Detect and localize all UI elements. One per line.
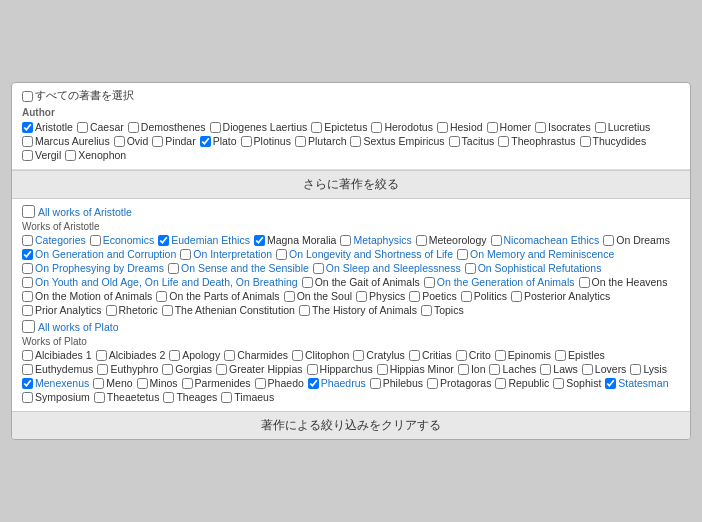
work-checkbox[interactable] xyxy=(22,277,33,288)
work-checkbox[interactable] xyxy=(22,291,33,302)
author-item[interactable]: Epictetus xyxy=(311,121,367,133)
author-item[interactable]: Homer xyxy=(487,121,532,133)
work-item[interactable]: Metaphysics xyxy=(340,234,411,246)
work-checkbox[interactable] xyxy=(489,364,500,375)
work-item[interactable]: Parmenides xyxy=(182,377,251,389)
author-checkbox[interactable] xyxy=(65,150,76,161)
work-item[interactable]: Critias xyxy=(409,349,452,361)
author-checkbox[interactable] xyxy=(77,122,88,133)
work-checkbox[interactable] xyxy=(93,378,104,389)
work-checkbox[interactable] xyxy=(162,364,173,375)
author-item[interactable]: Plutarch xyxy=(295,135,347,147)
work-item[interactable]: Clitophon xyxy=(292,349,349,361)
work-checkbox[interactable] xyxy=(458,364,469,375)
work-item[interactable]: Minos xyxy=(137,377,178,389)
work-item[interactable]: Cratylus xyxy=(353,349,405,361)
work-item[interactable]: On the Motion of Animals xyxy=(22,290,152,302)
author-checkbox[interactable] xyxy=(114,136,125,147)
author-item[interactable]: Caesar xyxy=(77,121,124,133)
work-checkbox[interactable] xyxy=(605,378,616,389)
author-item[interactable]: Sextus Empiricus xyxy=(350,135,444,147)
work-checkbox[interactable] xyxy=(182,378,193,389)
work-checkbox[interactable] xyxy=(94,392,105,403)
author-item[interactable]: Marcus Aurelius xyxy=(22,135,110,147)
work-checkbox[interactable] xyxy=(491,235,502,246)
work-item[interactable]: Magna Moralia xyxy=(254,234,336,246)
work-item[interactable]: Laws xyxy=(540,363,578,375)
work-item[interactable]: The History of Animals xyxy=(299,304,417,316)
author-item[interactable]: Herodotus xyxy=(371,121,432,133)
work-item[interactable]: On Interpretation xyxy=(180,248,272,260)
work-item[interactable]: Menexenus xyxy=(22,377,89,389)
work-item[interactable]: On Dreams xyxy=(603,234,670,246)
work-item[interactable]: Poetics xyxy=(409,290,456,302)
work-item[interactable]: Philebus xyxy=(370,377,423,389)
work-checkbox[interactable] xyxy=(416,235,427,246)
work-checkbox[interactable] xyxy=(409,350,420,361)
work-checkbox[interactable] xyxy=(409,291,420,302)
author-item[interactable]: Tacitus xyxy=(449,135,495,147)
all-works-plato-checkbox[interactable] xyxy=(22,320,35,333)
work-checkbox[interactable] xyxy=(299,305,310,316)
work-item[interactable]: Crito xyxy=(456,349,491,361)
work-checkbox[interactable] xyxy=(137,378,148,389)
author-item[interactable]: Demosthenes xyxy=(128,121,206,133)
work-checkbox[interactable] xyxy=(90,235,101,246)
work-checkbox[interactable] xyxy=(461,291,472,302)
work-checkbox[interactable] xyxy=(630,364,641,375)
author-item[interactable]: Pindar xyxy=(152,135,195,147)
work-item[interactable]: Republic xyxy=(495,377,549,389)
work-checkbox[interactable] xyxy=(307,364,318,375)
work-checkbox[interactable] xyxy=(555,350,566,361)
author-item[interactable]: Aristotle xyxy=(22,121,73,133)
work-checkbox[interactable] xyxy=(302,277,313,288)
work-checkbox[interactable] xyxy=(495,350,506,361)
work-checkbox[interactable] xyxy=(356,291,367,302)
author-item[interactable]: Ovid xyxy=(114,135,149,147)
work-checkbox[interactable] xyxy=(540,364,551,375)
work-item[interactable]: Categories xyxy=(22,234,86,246)
work-checkbox[interactable] xyxy=(22,263,33,274)
work-checkbox[interactable] xyxy=(582,364,593,375)
work-item[interactable]: Protagoras xyxy=(427,377,491,389)
work-checkbox[interactable] xyxy=(22,235,33,246)
work-checkbox[interactable] xyxy=(308,378,319,389)
author-item[interactable]: Thucydides xyxy=(580,135,647,147)
work-item[interactable]: On Sleep and Sleeplessness xyxy=(313,262,461,274)
work-item[interactable]: Nicomachean Ethics xyxy=(491,234,600,246)
work-checkbox[interactable] xyxy=(156,291,167,302)
work-item[interactable]: On Memory and Reminiscence xyxy=(457,248,614,260)
work-checkbox[interactable] xyxy=(292,350,303,361)
work-checkbox[interactable] xyxy=(284,291,295,302)
work-item[interactable]: Apology xyxy=(169,349,220,361)
work-checkbox[interactable] xyxy=(97,364,108,375)
work-item[interactable]: Alcibiades 2 xyxy=(96,349,166,361)
work-item[interactable]: Gorgias xyxy=(162,363,212,375)
work-checkbox[interactable] xyxy=(22,378,33,389)
work-item[interactable]: Meteorology xyxy=(416,234,487,246)
work-item[interactable]: Economics xyxy=(90,234,154,246)
work-checkbox[interactable] xyxy=(224,350,235,361)
author-checkbox[interactable] xyxy=(449,136,460,147)
work-item[interactable]: Charmides xyxy=(224,349,288,361)
work-item[interactable]: Eudemian Ethics xyxy=(158,234,250,246)
work-checkbox[interactable] xyxy=(511,291,522,302)
work-item[interactable]: Rhetoric xyxy=(106,304,158,316)
work-checkbox[interactable] xyxy=(427,378,438,389)
author-item[interactable]: Vergil xyxy=(22,149,61,161)
bottom-bar[interactable]: 著作による絞り込みをクリアする xyxy=(12,411,690,439)
author-checkbox[interactable] xyxy=(22,136,33,147)
work-item[interactable]: Prior Analytics xyxy=(22,304,102,316)
work-checkbox[interactable] xyxy=(168,263,179,274)
work-item[interactable]: Hipparchus xyxy=(307,363,373,375)
author-checkbox[interactable] xyxy=(295,136,306,147)
work-item[interactable]: Lysis xyxy=(630,363,667,375)
author-checkbox[interactable] xyxy=(22,122,33,133)
work-item[interactable]: Physics xyxy=(356,290,405,302)
author-item[interactable]: Plato xyxy=(200,135,237,147)
author-checkbox[interactable] xyxy=(437,122,448,133)
author-item[interactable]: Isocrates xyxy=(535,121,591,133)
work-item[interactable]: Meno xyxy=(93,377,132,389)
author-item[interactable]: Hesiod xyxy=(437,121,483,133)
author-item[interactable]: Diogenes Laertius xyxy=(210,121,308,133)
